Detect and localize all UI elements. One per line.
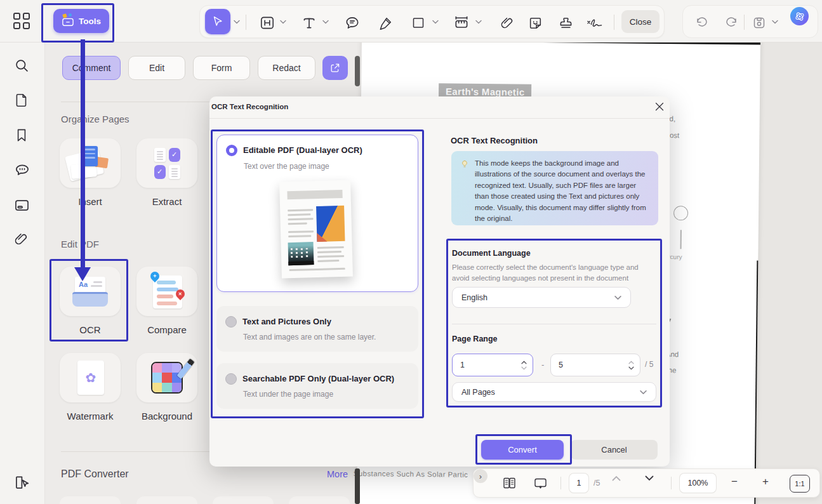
zoom-out-button[interactable]: − (731, 475, 738, 488)
next-page-icon[interactable] (645, 475, 654, 481)
radio-unselected-icon[interactable] (225, 373, 237, 385)
option-title: Text and Pictures Only (242, 317, 331, 326)
tile-watermark[interactable]: ✿ Watermark (60, 353, 121, 421)
undo-icon[interactable] (693, 14, 711, 32)
shape-tool-icon[interactable] (409, 14, 427, 32)
attachments-icon[interactable] (13, 231, 31, 249)
tile-label: Extract (136, 196, 197, 207)
actual-size-button[interactable]: 1:1 (790, 475, 810, 493)
page-range-from-value[interactable] (453, 361, 516, 369)
zoom-in-button[interactable]: + (762, 475, 769, 488)
all-pages-select[interactable]: All Pages (452, 382, 656, 402)
zoom-level-input[interactable]: 100% (680, 474, 716, 493)
chevron-down-icon[interactable] (432, 20, 439, 24)
app-menu-icon[interactable] (13, 12, 32, 31)
chevron-down-icon[interactable] (475, 20, 482, 24)
cancel-button[interactable]: Cancel (571, 440, 658, 460)
chevron-down-icon (614, 295, 621, 300)
save-icon[interactable] (750, 14, 768, 32)
tab-redact[interactable]: Redact (258, 56, 315, 80)
tile-background[interactable]: Background (136, 353, 197, 421)
tile-stub[interactable] (60, 496, 121, 504)
ai-assistant-button[interactable] (790, 7, 809, 25)
tab-comment[interactable]: Comment (62, 56, 121, 80)
tile-label: Background (136, 411, 197, 421)
tile-stub[interactable] (289, 496, 350, 504)
actual-size-label: 1:1 (795, 480, 804, 487)
top-toolbar: Tools (0, 0, 822, 43)
expand-button[interactable]: › (474, 469, 487, 483)
document-figure-line (680, 230, 682, 249)
heading-tool-icon[interactable] (258, 14, 276, 32)
tab-edit[interactable]: Edit (128, 56, 185, 80)
slides-icon[interactable] (13, 197, 31, 215)
tile-extract[interactable]: ✓ ✓ Extract (136, 138, 197, 207)
comments-icon[interactable] (13, 161, 31, 179)
option-editable-pdf[interactable]: Editable PDF (Dual-layer OCR) Text over … (216, 135, 418, 292)
option-desc: Text and images are on the same layer. (243, 333, 376, 342)
ocr-preview-thumbnail (279, 180, 353, 279)
document-language-desc: Please correctly select the document's l… (452, 262, 650, 283)
tile-stub[interactable] (213, 496, 274, 504)
radio-unselected-icon[interactable] (225, 316, 237, 328)
tile-insert[interactable]: Insert (60, 138, 121, 207)
language-select[interactable]: English (452, 287, 631, 308)
divider (560, 477, 561, 489)
chevron-down-icon[interactable] (234, 20, 240, 24)
divider (671, 477, 672, 489)
measure-tool-icon[interactable] (453, 14, 470, 32)
tile-label: OCR (60, 324, 121, 335)
dual-page-view-icon[interactable] (501, 475, 517, 491)
chevron-down-icon[interactable] (772, 20, 778, 24)
status-toolbar: › 1 /5 100% − + 1:1 (473, 468, 820, 498)
ocr-info-text: This mode keeps the background image and… (475, 159, 646, 222)
signature-tool-icon[interactable] (586, 14, 604, 32)
attachment-tool-icon[interactable] (498, 14, 516, 32)
document-language-title: Document Language (452, 249, 531, 258)
tile-stub[interactable] (136, 496, 197, 504)
page-range-to-value[interactable] (551, 361, 621, 369)
divider (614, 15, 614, 30)
search-icon[interactable] (13, 57, 31, 75)
option-text-pictures-only[interactable]: Text and Pictures Only Text and images a… (216, 306, 418, 352)
external-link-button[interactable] (322, 56, 348, 80)
text-tool-icon[interactable] (300, 14, 318, 32)
tile-compare[interactable]: + × Compare (136, 267, 197, 335)
more-link[interactable]: More (327, 469, 348, 479)
background-icon (136, 353, 197, 402)
redo-icon[interactable] (722, 14, 740, 32)
comment-tool-icon[interactable] (343, 14, 361, 32)
sticker-tool-icon[interactable] (526, 14, 544, 32)
select-tool-button[interactable] (205, 9, 230, 34)
tile-label: Compare (136, 324, 197, 335)
panel-scrollbar-thumb[interactable] (355, 56, 360, 86)
tab-form[interactable]: Form (193, 56, 250, 80)
stamp-tool-icon[interactable] (557, 14, 574, 32)
reader-mode-icon[interactable] (13, 474, 31, 491)
close-icon[interactable] (654, 102, 666, 113)
dialog-right-heading: OCR Text Recognition (451, 136, 538, 145)
panel-scrollbar-bottom[interactable] (355, 468, 360, 504)
bookmark-icon[interactable] (13, 127, 31, 145)
tools-button[interactable]: Tools (53, 9, 109, 33)
radio-selected-icon[interactable] (226, 145, 237, 156)
chevron-down-icon[interactable] (322, 20, 329, 24)
stepper-icon[interactable] (521, 361, 527, 370)
page-number-input[interactable]: 1 (569, 474, 588, 493)
close-button[interactable]: Close (621, 10, 660, 33)
presentation-mode-icon[interactable] (532, 475, 549, 491)
page-range-from-input[interactable] (452, 354, 533, 376)
left-sidebar (0, 42, 45, 504)
convert-button[interactable]: Convert (481, 440, 564, 460)
pen-tool-icon[interactable] (376, 14, 394, 32)
tile-label: Insert (60, 196, 121, 207)
stepper-icon[interactable] (628, 361, 634, 370)
previous-page-icon[interactable] (612, 475, 621, 481)
tools-button-label: Tools (79, 17, 101, 26)
option-searchable-pdf[interactable]: Searchable PDF Only (Dual-layer OCR) Tex… (216, 363, 418, 409)
page-range-to-input[interactable] (550, 354, 640, 376)
chevron-down-icon[interactable] (280, 20, 286, 24)
option-title: Searchable PDF Only (Dual-layer OCR) (242, 374, 394, 383)
page-thumbnails-icon[interactable] (13, 92, 31, 110)
expand-icon: › (479, 472, 482, 481)
